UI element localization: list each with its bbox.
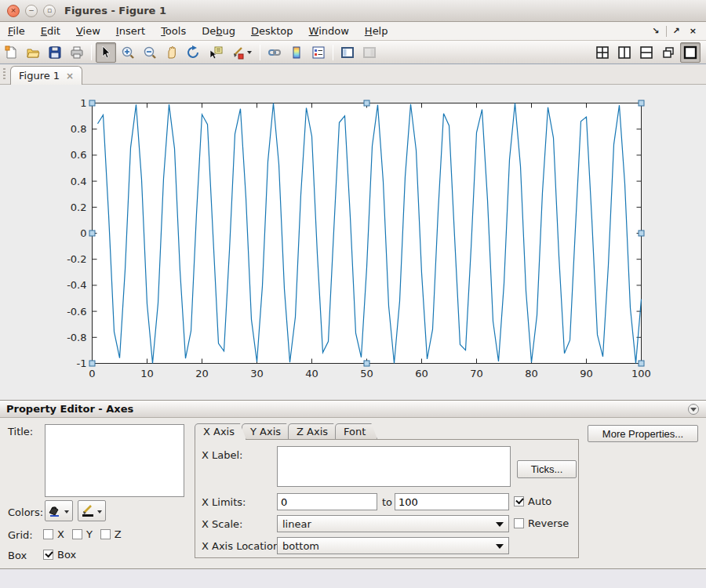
- selection-handle[interactable]: [89, 230, 95, 236]
- figure-canvas[interactable]: 0102030405060708090100-1-0.8-0.6-0.4-0.2…: [0, 85, 706, 400]
- x-limits-max-input[interactable]: [395, 493, 509, 510]
- save-figure-button[interactable]: [45, 42, 65, 63]
- tab-z-axis[interactable]: Z Axis: [288, 423, 340, 440]
- insert-legend-button[interactable]: [308, 42, 329, 63]
- show-plot-tools-icon: [362, 45, 377, 60]
- legend-icon: [311, 45, 326, 60]
- float-windows-button[interactable]: [658, 42, 679, 63]
- y-tick-label: -1: [77, 358, 87, 369]
- menubar-separator: [666, 26, 667, 37]
- tab-x-axis[interactable]: X Axis: [195, 423, 246, 440]
- auto-checkbox[interactable]: Auto: [514, 495, 551, 507]
- menu-edit[interactable]: Edit: [33, 23, 68, 39]
- selection-handle[interactable]: [89, 361, 95, 366]
- window-close-button[interactable]: ×: [7, 5, 20, 17]
- selection-handle[interactable]: [364, 361, 369, 366]
- datatip-icon: [209, 45, 223, 60]
- x-limits-min-input[interactable]: [277, 493, 377, 510]
- selection-handle[interactable]: [364, 100, 369, 106]
- title-input[interactable]: [45, 424, 184, 497]
- selection-handle[interactable]: [89, 100, 95, 106]
- line-color-button[interactable]: [78, 500, 106, 521]
- rotate-3d-button[interactable]: [184, 42, 204, 63]
- insert-colorbar-button[interactable]: [286, 42, 307, 63]
- y-tick-label: -0.4: [67, 279, 86, 291]
- axes-plot[interactable]: 0102030405060708090100-1-0.8-0.6-0.4-0.2…: [0, 85, 706, 400]
- menu-file[interactable]: File: [0, 23, 33, 39]
- window-minimize-button[interactable]: −: [25, 5, 38, 17]
- x-tick-label: 100: [631, 368, 651, 379]
- x-tick-label: 50: [360, 368, 373, 379]
- link-plot-button[interactable]: [264, 42, 285, 63]
- y-tick-label: -0.6: [67, 306, 86, 318]
- toolbar-separator: [260, 45, 260, 60]
- split-left-right-button[interactable]: [614, 42, 635, 63]
- fill-color-button[interactable]: [45, 500, 73, 521]
- undock-icon[interactable]: ↗: [668, 26, 685, 36]
- menu-window[interactable]: Window: [301, 23, 357, 39]
- menu-help[interactable]: Help: [357, 23, 396, 39]
- fill-color-caret[interactable]: [64, 510, 69, 514]
- zoom-out-button[interactable]: [140, 42, 160, 63]
- menu-insert[interactable]: Insert: [108, 23, 153, 39]
- tile-windows-button[interactable]: [592, 42, 613, 63]
- maximize-view-button[interactable]: [680, 42, 701, 63]
- window-maximize-button[interactable]: ▫: [43, 5, 56, 17]
- grid-z-checkbox[interactable]: Z: [100, 528, 122, 540]
- menu-bar: FileEditViewInsertToolsDebugDesktopWindo…: [0, 22, 706, 41]
- grid-y-checkbox[interactable]: Y: [72, 528, 93, 540]
- selection-handle[interactable]: [639, 230, 644, 236]
- line-color-caret[interactable]: [97, 510, 102, 514]
- x-scale-label: X Scale:: [202, 518, 242, 530]
- collapse-panel-icon[interactable]: [688, 404, 699, 415]
- menu-debug[interactable]: Debug: [194, 23, 243, 39]
- zoom-in-button[interactable]: [118, 42, 138, 63]
- show-plot-tools-button: [359, 42, 380, 63]
- y-tick-label: 0.6: [71, 149, 87, 161]
- pen-icon: [81, 504, 96, 518]
- y-tick-label: 0.8: [71, 123, 87, 135]
- edit-plot-button[interactable]: [96, 42, 116, 63]
- hide-plot-tools-button[interactable]: [337, 42, 358, 63]
- selection-handle[interactable]: [639, 100, 644, 106]
- open-file-button[interactable]: [23, 42, 43, 63]
- new-figure-button[interactable]: [1, 42, 21, 63]
- dock-icon[interactable]: ↘: [647, 26, 664, 36]
- box-row-label: Box: [8, 550, 27, 561]
- menu-tools[interactable]: Tools: [153, 23, 194, 39]
- data-cursor-button[interactable]: [206, 42, 226, 63]
- grid-x-checkbox[interactable]: X: [43, 528, 64, 540]
- close-window-icon[interactable]: ×: [685, 26, 701, 36]
- selection-handle[interactable]: [639, 361, 644, 366]
- tab-y-axis[interactable]: Y Axis: [242, 423, 293, 440]
- x-scale-dropdown[interactable]: linear: [277, 515, 509, 532]
- split-top-bottom-button[interactable]: [636, 42, 657, 63]
- pan-button[interactable]: [162, 42, 182, 63]
- toolbar-separator: [333, 45, 333, 60]
- x-axis-location-dropdown[interactable]: bottom: [277, 537, 509, 554]
- tab-font[interactable]: Font: [335, 423, 377, 440]
- print-figure-button[interactable]: [67, 42, 87, 63]
- x-axis-location-label: X Axis Location:: [202, 540, 283, 552]
- menu-desktop[interactable]: Desktop: [243, 23, 301, 39]
- tab-figure-1[interactable]: Figure 1 ×: [10, 66, 82, 85]
- x-limits-label: X Limits:: [202, 496, 246, 508]
- y-tick-label: -0.2: [67, 253, 86, 265]
- property-editor-title: Property Editor - Axes: [6, 403, 133, 415]
- tab-close-icon[interactable]: ×: [66, 71, 74, 82]
- save-icon: [48, 45, 62, 60]
- brush-dropdown-caret[interactable]: [247, 51, 252, 54]
- ticks-button[interactable]: Ticks...: [517, 460, 577, 478]
- x-label-input[interactable]: [277, 446, 511, 487]
- box-checkbox[interactable]: Box: [43, 549, 76, 561]
- brush-data-button[interactable]: [227, 42, 256, 63]
- y-tick-label: 1: [80, 97, 86, 109]
- reverse-checkbox[interactable]: Reverse: [514, 517, 569, 529]
- axes-box[interactable]: [93, 103, 642, 364]
- more-properties-button[interactable]: More Properties...: [588, 425, 698, 442]
- menu-view[interactable]: View: [68, 23, 108, 39]
- tabbar-grip[interactable]: [3, 68, 5, 80]
- reverse-checkbox-label: Reverse: [528, 517, 569, 529]
- x-tick-label: 10: [140, 368, 154, 379]
- property-editor-header: Property Editor - Axes: [0, 401, 706, 418]
